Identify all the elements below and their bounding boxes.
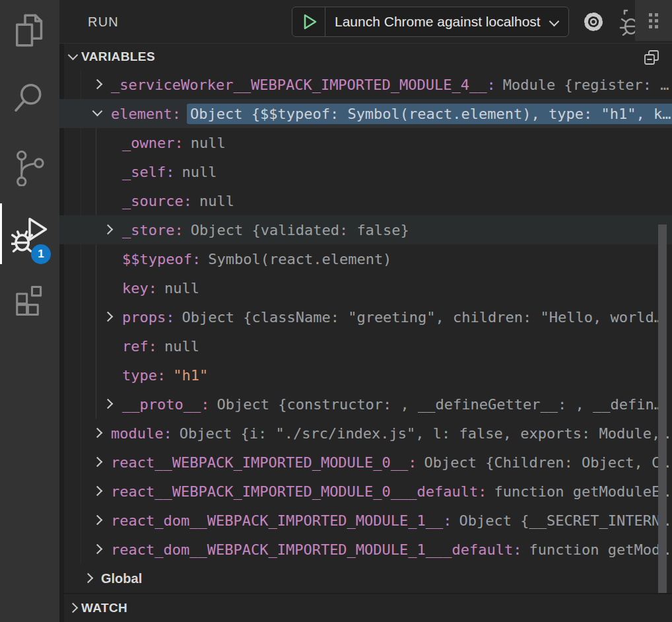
variable-name: react__WEBPACK_IMPORTED_MODULE_0___defau… [111,483,487,500]
vscode-debug-sidebar: 1 RUN Launch Chrome against localhost [0,0,672,622]
variable-value: null [164,338,199,355]
chevron-right-icon[interactable] [92,79,103,90]
variable-row-element[interactable]: element: Object {$$typeof: Symbol(react.… [59,99,672,128]
variable-name: type: [122,367,166,384]
variable-row-module[interactable]: module: Object {i: "./src/index.js", l: … [59,419,672,448]
chevron-right-icon [68,603,79,613]
variable-name: _owner: [122,135,184,151]
layout-grid-icon [649,13,658,28]
vertical-scrollbar[interactable] [658,225,667,593]
variable-name: react_dom__WEBPACK_IMPORTED_MODULE_1__: [111,512,452,529]
chevron-right-icon[interactable] [103,399,114,409]
variable-name: element: [111,106,181,122]
activity-bar: 1 [0,0,59,622]
variable-name: __proto__: [122,396,209,413]
chevron-down-icon [68,50,79,61]
variable-row-react-dom-module-1-default[interactable]: react_dom__WEBPACK_IMPORTED_MODULE_1___d… [59,535,672,564]
variable-value: function getModuleE… [494,483,669,500]
variable-row-source[interactable]: _source: null [59,186,672,215]
chevron-right-icon[interactable] [103,225,114,235]
launch-config-label: Launch Chrome against localhost [335,14,541,30]
variable-value-string: "h1" [173,367,208,384]
debug-badge: 1 [31,244,51,264]
variable-value: null [164,280,199,296]
variable-value: Object {Children: Object, C… [424,454,669,471]
variable-value: Symbol(react.element) [208,251,391,267]
variable-row-owner[interactable]: _owner: null [59,128,672,157]
variable-value: Object {i: "./src/index.js", l: false, e… [180,425,669,442]
variable-row-proto[interactable]: __proto__: Object {constructor: , __defi… [59,390,672,419]
run-toolbar: RUN Launch Chrome against localhost [59,0,672,44]
watch-title: WATCH [81,601,127,615]
variable-row-props[interactable]: props: Object {className: "greeting", ch… [59,302,672,331]
variable-row-react-module-0-default[interactable]: react__WEBPACK_IMPORTED_MODULE_0___defau… [59,477,672,506]
variable-value-selected: Object {$$typeof: Symbol(react.element),… [187,104,672,124]
chevron-right-icon[interactable] [92,428,103,438]
variable-row-key[interactable]: key: null [59,273,672,302]
collapse-all-icon[interactable] [643,49,660,66]
variable-name: $$typeof: [122,251,201,267]
scope-row-global[interactable]: Global [59,564,672,593]
variable-name: _serviceWorker__WEBPACK_IMPORTED_MODULE_… [111,77,496,93]
variable-value: Object {__SECRET_INTERN… [459,512,669,529]
explorer-icon[interactable] [11,12,48,49]
source-control-icon[interactable] [11,149,48,186]
active-view-indicator [0,203,2,264]
variable-name: react__WEBPACK_IMPORTED_MODULE_0__: [111,454,417,471]
scope-name: Global [101,571,142,586]
variable-row-react-dom-module-1[interactable]: react_dom__WEBPACK_IMPORTED_MODULE_1__: … [59,506,672,535]
variable-value: Object {constructor: , __defineGetter__:… [217,396,663,413]
variable-row-react-module-0[interactable]: react__WEBPACK_IMPORTED_MODULE_0__: Obje… [59,448,672,477]
chevron-right-icon[interactable] [92,515,103,526]
variable-value: Module {register: … [503,77,669,93]
variable-row-self[interactable]: _self: null [59,157,672,186]
chevron-right-icon[interactable] [92,457,103,467]
variable-row-typeof[interactable]: $$typeof: Symbol(react.element) [59,244,672,273]
chevron-down-icon [549,17,560,27]
variable-name: _store: [122,222,184,238]
variables-section-header[interactable]: VARIABLES [59,44,672,70]
debug-side-panel: RUN Launch Chrome against localhost [59,0,672,622]
watch-section-header[interactable]: WATCH [59,594,672,622]
chevron-right-icon[interactable] [92,486,103,497]
variable-name: module: [111,425,172,442]
variable-value: Object {className: "greeting", children:… [182,309,662,326]
variable-value: null [199,193,234,209]
variable-value: null [191,135,226,151]
customize-layout-button[interactable] [635,0,672,41]
extensions-icon[interactable] [11,280,48,317]
chevron-down-icon[interactable] [92,106,103,117]
chevron-right-icon[interactable] [83,573,94,584]
variable-row-type[interactable]: type: "h1" [59,361,672,390]
variable-name: react_dom__WEBPACK_IMPORTED_MODULE_1___d… [111,541,522,558]
variables-title: VARIABLES [81,50,155,64]
variable-row-ref[interactable]: ref: null [59,331,672,361]
chevron-right-icon[interactable] [92,544,103,555]
panel-title: RUN [88,15,119,30]
chevron-right-icon[interactable] [103,312,114,322]
variable-name: key: [122,280,157,296]
variable-name: props: [122,309,174,326]
variable-value: Object {validated: false} [191,222,409,238]
variable-row-serviceworker[interactable]: _serviceWorker__WEBPACK_IMPORTED_MODULE_… [59,70,672,99]
variable-name: ref: [122,338,157,355]
variable-name: _self: [122,164,174,180]
search-icon[interactable] [11,79,48,116]
variable-value: function getMod… [529,541,669,558]
variables-tree: _serviceWorker__WEBPACK_IMPORTED_MODULE_… [59,70,672,593]
variable-value: null [182,164,217,180]
launch-config-dropdown[interactable]: Launch Chrome against localhost [292,7,569,37]
gear-icon[interactable] [582,11,605,33]
start-debugging-button[interactable] [292,7,325,36]
variable-row-store[interactable]: _store: Object {validated: false} [59,215,672,244]
variable-name: _source: [122,193,192,209]
